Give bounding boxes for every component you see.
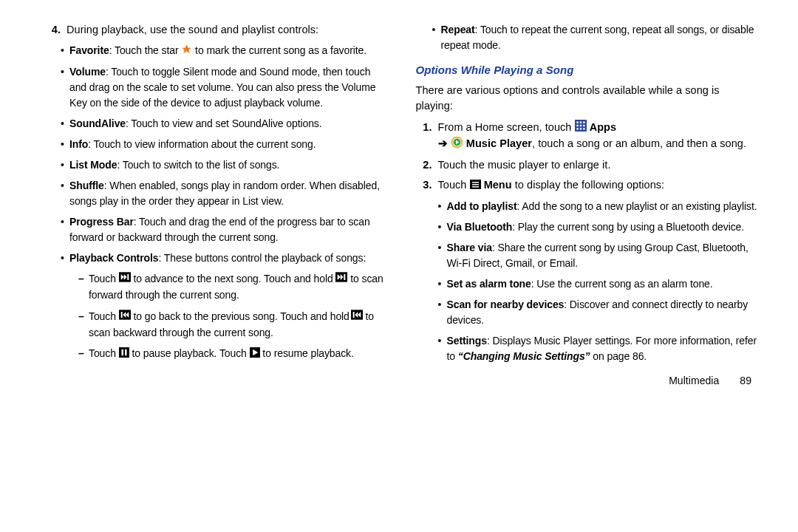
prev-icon-2 <box>351 309 363 325</box>
svg-rect-25 <box>583 121 584 123</box>
step-number: 4. <box>44 22 61 38</box>
d1-t2: to advance to the next song. Touch and h… <box>131 273 336 284</box>
music-player-icon <box>451 136 463 153</box>
step-3: 3. Touch Menu to display the following o… <box>416 177 758 194</box>
svg-rect-28 <box>583 125 584 126</box>
bullet-set-alarm: •Set as alarm tone: Use the current song… <box>438 276 758 292</box>
bullet-scan-nearby: •Scan for nearby devices: Discover and c… <box>438 297 758 328</box>
footer-page: 89 <box>740 375 751 386</box>
bullet-via-bluetooth: •Via Bluetooth: Play the current song by… <box>438 219 758 235</box>
volume-label: Volume <box>69 66 106 78</box>
step-2: 2. Touch the music player to enlarge it. <box>416 157 758 173</box>
dash-prev: – Touch to go back to the previous song.… <box>78 309 386 341</box>
step-number-1: 1. <box>416 120 432 153</box>
svg-rect-31 <box>583 128 584 129</box>
section-heading: Options While Playing a Song <box>416 62 758 78</box>
b6-label: Settings <box>447 335 487 347</box>
bullet-listmode: • List Mode: Touch to switch to the list… <box>61 157 386 173</box>
music-player-label: Music Player <box>466 137 532 149</box>
play-icon <box>250 347 260 363</box>
d2-t2: to go back to the previous song. Touch a… <box>131 310 352 322</box>
playback-text: : These buttons control the playback of … <box>158 252 366 264</box>
pause-icon <box>119 347 129 363</box>
apps-icon <box>575 120 587 136</box>
next-icon <box>119 271 131 287</box>
d3-t2: to pause playback. Touch <box>129 347 250 359</box>
step-4: 4. During playback, use the sound and pl… <box>44 22 386 38</box>
svg-rect-38 <box>472 184 479 185</box>
n2-text: Touch the music player to enlarge it. <box>438 157 611 173</box>
menu-icon <box>470 178 481 194</box>
svg-rect-23 <box>576 121 578 123</box>
bullet-volume: • Volume: Touch to toggle Silent mode an… <box>61 64 386 111</box>
svg-rect-26 <box>576 125 578 126</box>
d2-t1: Touch <box>89 310 119 322</box>
bullet-repeat: • Repeat: Touch to repeat the current so… <box>432 22 758 53</box>
svg-rect-8 <box>344 274 346 280</box>
bullet-playback: • Playback Controls: These buttons contr… <box>61 250 386 363</box>
info-label: Info <box>69 138 88 150</box>
b2-label: Via Bluetooth <box>447 221 513 233</box>
info-text: : Touch to view information about the cu… <box>88 138 316 150</box>
bullet-favorite: • Favorite: Touch the star to mark the c… <box>61 43 386 59</box>
progress-label: Progress Bar <box>69 216 134 228</box>
prev-icon <box>119 309 131 325</box>
svg-rect-30 <box>579 128 581 129</box>
shuffle-text: : When enabled, songs play in random ord… <box>69 180 380 207</box>
b3-label: Share via <box>447 242 492 253</box>
right-column: • Repeat: Touch to repeat the current so… <box>416 22 758 388</box>
bullet-add-to-playlist: •Add to playlist: Add the song to a new … <box>438 199 758 214</box>
star-icon <box>181 44 192 59</box>
page-footer: Multimedia 89 <box>416 373 758 388</box>
b6-t2: on page 86. <box>590 350 647 362</box>
dash-next: – Touch to advance to the next song. Tou… <box>78 271 386 304</box>
arrow-icon: ➔ <box>438 137 448 149</box>
favorite-t1: : Touch the star <box>109 44 182 56</box>
svg-rect-37 <box>472 182 479 183</box>
step-1: 1. From a Home screen, touch Apps ➔ Musi… <box>416 120 758 153</box>
soundalive-label: SoundAlive <box>69 117 126 129</box>
step-number-3: 3. <box>416 177 432 194</box>
bullet-shuffle: • Shuffle: When enabled, songs play in r… <box>61 178 386 209</box>
listmode-label: List Mode <box>69 159 117 171</box>
bullet-share-via: •Share via: Share the current song by us… <box>438 240 758 271</box>
b5-label: Scan for nearby devices <box>447 299 565 310</box>
playback-label: Playback Controls <box>69 252 158 264</box>
bullet-soundalive: • SoundAlive: Touch to view and set Soun… <box>61 116 386 132</box>
shuffle-label: Shuffle <box>69 180 104 191</box>
svg-marker-0 <box>183 44 192 53</box>
svg-rect-18 <box>121 349 123 355</box>
svg-rect-14 <box>352 312 354 318</box>
bullet-settings: •Settings: Displays Music Player setting… <box>438 333 758 364</box>
svg-rect-39 <box>472 186 479 188</box>
intro-text: There are various options and controls a… <box>416 83 758 114</box>
bullet-progress: • Progress Bar: Touch and drag the end o… <box>61 214 386 245</box>
b2-text: : Play the current song by using a Bluet… <box>512 221 744 233</box>
repeat-text: : Touch to repeat the current song, repe… <box>441 24 754 51</box>
favorite-t2: to mark the current song as a favorite. <box>192 44 366 56</box>
d3-t1: Touch <box>89 347 119 359</box>
b4-text: : Use the current song as an alarm tone. <box>531 278 713 290</box>
svg-rect-29 <box>576 128 578 129</box>
svg-rect-27 <box>579 125 581 126</box>
next-icon-2 <box>335 271 347 287</box>
svg-rect-10 <box>120 312 122 318</box>
bullet-info: • Info: Touch to view information about … <box>61 137 386 152</box>
d1-t1: Touch <box>89 273 119 284</box>
svg-rect-17 <box>119 347 129 358</box>
step-4-text: During playback, use the sound and playl… <box>66 22 318 38</box>
n1-t1: From a Home screen, touch <box>438 121 575 133</box>
dash-pause: – Touch to pause playback. Touch to resu… <box>78 346 386 362</box>
volume-text: : Touch to toggle Silent mode and Sound … <box>69 66 375 109</box>
listmode-text: : Touch to switch to the list of songs. <box>117 159 279 171</box>
soundalive-text: : Touch to view and set SoundAlive optio… <box>126 117 322 129</box>
n3-t1: Touch <box>438 179 470 191</box>
menu-label: Menu <box>484 179 512 191</box>
d3-t3: to resume playback. <box>260 347 354 359</box>
repeat-label: Repeat <box>441 24 475 35</box>
b6-ref: “Changing Music Settings” <box>458 350 590 362</box>
b4-label: Set as alarm tone <box>447 278 531 290</box>
n1-t3: , touch a song or an album, and then a s… <box>532 137 746 149</box>
footer-section: Multimedia <box>669 375 719 386</box>
b1-label: Add to playlist <box>447 200 517 212</box>
